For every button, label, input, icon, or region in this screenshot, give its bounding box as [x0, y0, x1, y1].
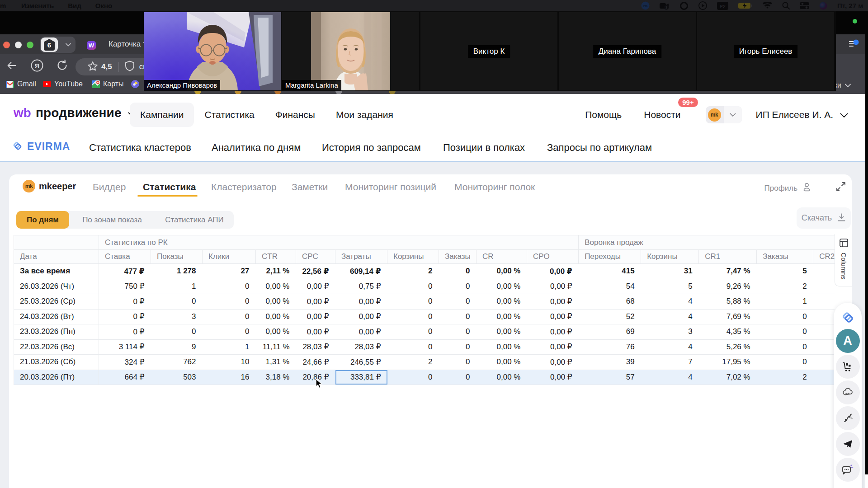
data-cell[interactable]: 69 [579, 324, 641, 340]
table-row[interactable]: 24.03.2026 (Вт)0 ₽300,00 %0,00 ₽0,00 ₽00… [14, 309, 835, 324]
data-cell[interactable]: 0,00 % [476, 264, 527, 279]
battery-charging-icon[interactable] [738, 2, 753, 9]
bookmark-youtube[interactable]: YouTube [43, 80, 83, 88]
data-cell[interactable]: 7,02 % [699, 370, 757, 385]
data-cell[interactable]: 39 [579, 355, 641, 370]
column-header-10[interactable]: CR [476, 250, 527, 264]
row-date-cell[interactable]: 23.03.2026 (Пн) [14, 324, 99, 340]
data-cell[interactable]: 11,11 % [256, 339, 296, 355]
data-cell[interactable]: 0 [203, 324, 256, 340]
data-cell[interactable] [813, 309, 835, 324]
subnav-item[interactable]: Запросы по артикулам [547, 142, 652, 154]
data-cell[interactable]: 1 [151, 279, 203, 294]
reload-icon[interactable] [56, 59, 68, 73]
language-ru-icon[interactable]: РУ [717, 2, 728, 10]
menubar-app-name[interactable]: m [0, 2, 6, 9]
assistant-avatar-button[interactable]: A [836, 329, 860, 353]
tab-count-badge[interactable]: 6 [41, 38, 58, 52]
data-cell[interactable]: 17,95 % [699, 355, 757, 370]
data-cell[interactable]: 762 [151, 355, 203, 370]
data-cell[interactable]: 0,00 ₽ [296, 294, 335, 310]
data-cell[interactable]: 0 [439, 355, 476, 370]
data-cell[interactable]: 4,35 % [699, 324, 757, 340]
data-cell[interactable]: 0,00 ₽ [335, 309, 387, 324]
data-cell[interactable]: 0 ₽ [99, 324, 151, 340]
data-cell[interactable]: 750 ₽ [99, 279, 151, 294]
data-cell[interactable]: 28,03 ₽ [296, 339, 335, 355]
data-cell[interactable]: 3 [151, 309, 203, 324]
data-cell[interactable]: 3,18 % [256, 370, 296, 385]
data-cell[interactable]: 503 [151, 370, 203, 385]
data-cell[interactable]: 22,56 ₽ [296, 264, 335, 279]
data-cell[interactable]: 0 [757, 355, 813, 370]
table-row[interactable]: 26.03.2026 (Чт)750 ₽100,00 %0,00 ₽0,75 ₽… [14, 279, 835, 294]
column-header-9[interactable]: Заказы [439, 250, 476, 264]
row-date-cell[interactable]: 22.03.2026 (Вс) [14, 339, 99, 355]
data-cell[interactable]: 0 [387, 339, 439, 355]
column-header-11[interactable]: CPO [527, 250, 579, 264]
profile-button[interactable]: Профиль [764, 183, 811, 194]
mkeeper-brand[interactable]: mk mkeeper [23, 180, 76, 192]
chat-button[interactable] [836, 458, 860, 482]
data-cell[interactable]: 2 [387, 355, 439, 370]
window-minimize-button[interactable] [15, 42, 22, 48]
yandex-search-icon[interactable]: Я [31, 59, 43, 74]
data-cell[interactable]: 4 [641, 370, 699, 385]
data-cell[interactable]: 0,00 ₽ [296, 309, 335, 324]
telegram-button[interactable] [836, 432, 860, 456]
data-cell[interactable]: 0,00 ₽ [527, 339, 579, 355]
data-cell[interactable]: 0 ₽ [99, 309, 151, 324]
tab-position-monitoring[interactable]: Мониторинг позиций [345, 182, 436, 192]
zoom-tray-icon[interactable]: zm [641, 1, 650, 10]
filter-by-days[interactable]: По дням [16, 211, 69, 229]
data-cell[interactable]: 54 [579, 279, 641, 294]
column-header-15[interactable]: Заказы [757, 250, 813, 264]
data-cell[interactable]: 246,55 ₽ [335, 355, 387, 370]
data-cell[interactable]: 2 [757, 279, 813, 294]
wb-account-menu[interactable]: ИП Елисеев И. А. [756, 109, 848, 120]
data-cell[interactable]: 7 [641, 355, 699, 370]
cloud-button[interactable] [836, 380, 860, 404]
data-cell[interactable]: 0,00 % [476, 324, 527, 340]
data-cell[interactable]: 76 [579, 339, 641, 355]
data-cell[interactable]: 5 [757, 264, 813, 279]
column-header-14[interactable]: CR1 [699, 250, 757, 264]
data-cell[interactable]: 1 [757, 294, 813, 310]
data-cell[interactable]: 0,00 % [476, 355, 527, 370]
data-cell[interactable]: 0 [439, 309, 476, 324]
data-cell[interactable]: 0,00 ₽ [296, 279, 335, 294]
data-cell[interactable]: 0 [151, 294, 203, 310]
data-cell[interactable]: 0 [439, 339, 476, 355]
data-cell[interactable]: 0,75 ₽ [335, 279, 387, 294]
column-header-12[interactable]: Переходы [579, 250, 641, 264]
download-button[interactable]: Скачать [797, 207, 851, 229]
data-cell[interactable]: 0 [757, 324, 813, 340]
menubar-clock[interactable]: Пт, 27 м [837, 2, 868, 9]
data-cell[interactable]: 0 [387, 370, 439, 385]
row-date-cell[interactable]: 21.03.2026 (Сб) [14, 355, 99, 370]
active-tab[interactable]: Карточка т [108, 40, 146, 49]
data-cell[interactable]: 0 [203, 294, 256, 310]
star-rating-icon[interactable] [87, 61, 98, 73]
wb-help-link[interactable]: Помощь [585, 109, 622, 120]
data-cell[interactable]: 52 [579, 309, 641, 324]
play-tray-icon[interactable] [698, 1, 707, 10]
data-cell[interactable]: 324 ₽ [99, 355, 151, 370]
data-cell[interactable]: 0,00 ₽ [527, 324, 579, 340]
data-cell[interactable]: 477 ₽ [99, 264, 151, 279]
data-cell[interactable]: 0,00 % [476, 294, 527, 310]
filter-by-zones[interactable]: По зонам показа [69, 211, 155, 229]
data-cell[interactable]: 0 [439, 370, 476, 385]
data-cell[interactable]: 0 [387, 324, 439, 340]
data-cell[interactable]: 0,00 % [256, 309, 296, 324]
data-cell[interactable]: 0,00 ₽ [527, 370, 579, 385]
row-date-cell[interactable]: 24.03.2026 (Вт) [14, 309, 99, 324]
data-cell[interactable]: 31 [641, 264, 699, 279]
data-cell[interactable]: 7,69 % [699, 309, 757, 324]
column-header-1[interactable]: Дата [14, 250, 99, 264]
expand-icon[interactable] [836, 182, 846, 193]
data-cell[interactable]: 0 [439, 279, 476, 294]
data-cell[interactable] [813, 279, 835, 294]
table-row[interactable]: 22.03.2026 (Вс)3 114 ₽9111,11 %28,03 ₽28… [14, 339, 835, 355]
data-cell[interactable]: 3 114 ₽ [99, 339, 151, 355]
